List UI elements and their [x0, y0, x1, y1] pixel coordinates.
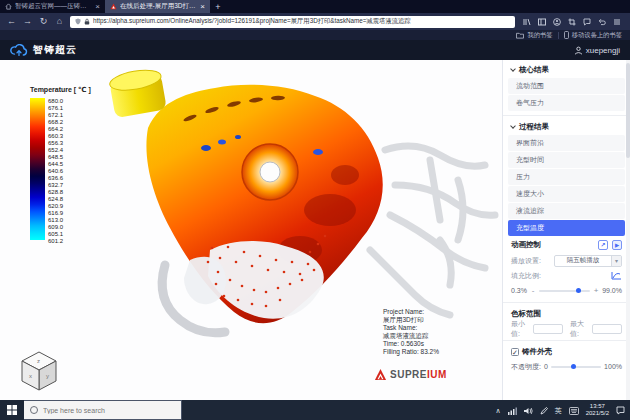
legend-value: 613.0 [48, 217, 63, 223]
plus-button[interactable]: + [593, 286, 599, 295]
input-language[interactable]: 英 [555, 407, 562, 414]
user-menu[interactable]: xuepengji [574, 46, 620, 55]
color-range-title: 色标范围 [511, 309, 541, 319]
close-icon[interactable]: × [95, 3, 100, 11]
ime-keyboard-icon[interactable] [569, 401, 579, 419]
legend-value: 624.8 [48, 196, 63, 202]
tab-title: 智铸超云官网——压铸领域专业平台 [15, 2, 92, 11]
3d-viewport[interactable]: Temperature [ ℃ ] 680.0676.1672.1668.266… [0, 60, 502, 400]
result-item-pressure[interactable]: 压力 [508, 169, 625, 185]
browser-nav-bar: ← → ↻ ⌂ https://alpha.supreium.com/Onlin… [0, 13, 630, 30]
home-icon[interactable]: ⌂ [54, 17, 65, 26]
result-item-fill-time[interactable]: 充型时间 [508, 152, 625, 168]
play-setting-select[interactable]: 隔五帧播放 ▾ [554, 255, 622, 267]
scrollbar-thumb[interactable] [626, 63, 630, 158]
filling-ratio-value: Filling Ratio: 83.2% [383, 348, 439, 356]
hidden-icons-chevron[interactable]: ∧ [496, 407, 501, 414]
slider-handle[interactable] [576, 288, 581, 293]
network-icon[interactable] [508, 401, 517, 419]
project-name-label: Project Name: [383, 308, 439, 316]
result-item-flow-range[interactable]: 流动范围 [508, 78, 625, 94]
new-tab-button[interactable]: + [210, 0, 226, 13]
export-icon[interactable]: ↗ [598, 240, 608, 250]
task-name-label: Task Name: [383, 324, 439, 332]
pen-icon[interactable] [540, 401, 548, 419]
app-brand[interactable]: 智铸超云 [10, 43, 77, 57]
search-icon [30, 406, 38, 414]
account-icon[interactable] [553, 18, 561, 26]
start-button[interactable] [0, 400, 24, 420]
legend-value: 676.1 [48, 105, 63, 111]
bookmark-mobile[interactable]: 移动设备上的书签 [564, 31, 622, 40]
chevron-down-icon [510, 123, 516, 129]
undo-icon[interactable] [598, 18, 606, 26]
screenshot-icon[interactable] [568, 18, 576, 26]
legend-value: 644.5 [48, 161, 63, 167]
notification-center-icon[interactable] [616, 401, 625, 419]
bookmark-folder[interactable]: 我的书签 [516, 31, 552, 40]
temperature-legend: Temperature [ ℃ ] 680.0676.1672.1668.266… [30, 86, 91, 244]
bookmark-label: 移动设备上的书签 [572, 31, 622, 40]
minus-button[interactable]: - [530, 286, 536, 295]
play-icon[interactable]: ▶ [612, 240, 622, 250]
close-icon[interactable]: × [200, 3, 205, 11]
result-item-fill-temperature[interactable]: 充型温度 [508, 220, 625, 236]
project-info: Project Name: 展厅用3D打印 Task Name: 减震塔液流追踪… [383, 308, 439, 356]
bookmarks-bar: 我的书签 移动设备上的书签 [0, 30, 630, 40]
result-item-flow-tracking[interactable]: 液流追踪 [508, 203, 625, 219]
reload-icon[interactable]: ↻ [38, 17, 49, 26]
sidebar-toggle-icon[interactable] [538, 18, 546, 26]
legend-value: 668.2 [48, 119, 63, 125]
results-sidebar: 核心结果 流动范围 卷气压力 过程结果 界面前沿 充型时间 压力 速度大小 液流… [502, 60, 630, 400]
svg-text:x: x [29, 373, 32, 379]
center-dome [242, 144, 298, 200]
max-label: 最大值: [570, 319, 589, 339]
legend-value: 680.0 [48, 98, 63, 104]
legend-value: 616.9 [48, 210, 63, 216]
home-favicon-icon [5, 3, 12, 10]
supreium-favicon-icon [110, 3, 117, 10]
lock-icon [84, 18, 90, 25]
legend-value: 640.6 [48, 168, 63, 174]
phone-icon [564, 31, 569, 39]
user-icon [574, 46, 583, 55]
menu-icon[interactable] [613, 18, 621, 26]
shell-checkbox[interactable]: ✓ [511, 348, 519, 356]
back-icon[interactable]: ← [6, 17, 17, 26]
sidebar-scrollbar[interactable] [626, 60, 630, 400]
time-value: Time: 0.5630s [383, 340, 439, 348]
fill-curve-icon[interactable] [611, 271, 622, 281]
taskbar-search[interactable] [24, 400, 182, 420]
watermark-text: SUPREIUM [390, 369, 447, 380]
browser-tab-1[interactable]: 智铸超云官网——压铸领域专业平台 × [0, 0, 105, 13]
min-label: 最小值: [511, 319, 530, 339]
max-value-input[interactable] [592, 324, 622, 334]
library-icon[interactable] [523, 18, 531, 26]
opacity-label: 不透明度: [511, 362, 541, 372]
chevron-down-icon: ▾ [611, 256, 621, 266]
section-label: 核心结果 [519, 65, 549, 75]
search-input[interactable] [43, 407, 163, 414]
fill-ratio-slider[interactable] [539, 290, 590, 292]
brand-name: 智铸超云 [33, 43, 77, 57]
result-item-interface-front[interactable]: 界面前沿 [508, 135, 625, 151]
volume-icon[interactable] [524, 401, 533, 419]
result-item-air-pressure[interactable]: 卷气压力 [508, 95, 625, 111]
taskbar-clock[interactable]: 13:57 2021/5/2 [586, 403, 609, 417]
orientation-cube[interactable]: x y z [16, 348, 62, 394]
section-process-results[interactable]: 过程结果 [503, 119, 630, 134]
legend-value: 652.4 [48, 147, 63, 153]
browser-tab-2-active[interactable]: 在线后处理-展厅用3D打印-减震塔液流追踪 × [105, 0, 210, 13]
windows-taskbar: ∧ 英 13:57 2021/5/2 [0, 400, 630, 420]
supreium-watermark: SUPREIUM [374, 368, 447, 381]
slider-handle[interactable] [571, 364, 576, 369]
opacity-slider[interactable] [551, 366, 601, 368]
result-item-velocity[interactable]: 速度大小 [508, 186, 625, 202]
url-bar[interactable]: https://alpha.supreium.com/OnlineAnalysi… [70, 16, 515, 28]
section-core-results[interactable]: 核心结果 [503, 62, 630, 77]
forward-icon[interactable]: → [22, 17, 33, 26]
project-name-value: 展厅用3D打印 [383, 316, 439, 324]
min-value-input[interactable] [533, 324, 563, 334]
legend-value: 620.9 [48, 203, 63, 209]
chat-icon[interactable] [583, 18, 591, 26]
